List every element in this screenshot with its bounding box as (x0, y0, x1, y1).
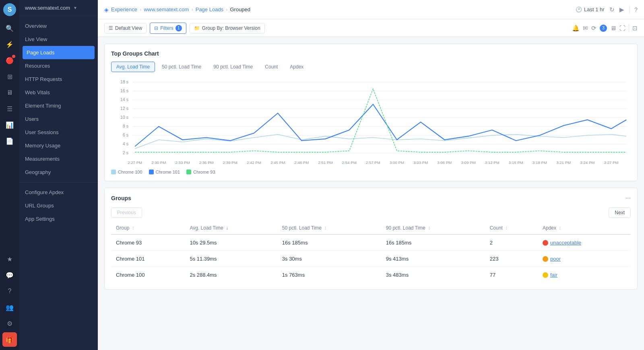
tab-count[interactable]: Count (260, 62, 283, 72)
tab-apdex[interactable]: Apdex (285, 62, 309, 72)
next-button[interactable]: Next (609, 207, 631, 218)
group-by-button[interactable]: 📁 Group By: Browser Version (190, 23, 265, 33)
svg-text:6 s: 6 s (123, 133, 129, 137)
col-header-p50[interactable]: 50 pctl. Load Time ↕ (277, 222, 381, 234)
desktop-icon[interactable]: 🖥 (610, 25, 616, 31)
cell-count-0: 2 (485, 234, 538, 251)
gift-icon[interactable]: 🎁 (2, 332, 17, 347)
star-icon[interactable]: ★ (2, 252, 17, 266)
sidebar-item-geography[interactable]: Geography (19, 166, 98, 179)
icon-rail: S 🔍 ⚡ 🔴 ⊞ 🖥 ☰ 📊 📄 ★ 💬 ? 👥 ⚙ 🎁 (0, 0, 19, 350)
filters-button[interactable]: ⊟ Filters 1 (150, 23, 186, 34)
breadcrumb-experience[interactable]: Experience (111, 6, 137, 12)
sidebar-item-app-settings[interactable]: App Settings (19, 212, 98, 226)
question-icon[interactable]: ? (2, 284, 17, 298)
groups-title: Groups (111, 195, 131, 201)
folder-icon: 📁 (194, 25, 200, 31)
sidebar-item-user-sessions[interactable]: User Sessions (19, 126, 98, 139)
svg-text:3:00 PM: 3:00 PM (390, 160, 404, 165)
time-range[interactable]: 🕐 Last 1 hr (576, 6, 605, 12)
sidebar-item-url-groups[interactable]: URL Groups (19, 199, 98, 212)
sidebar-item-measurements[interactable]: Measurements (19, 152, 98, 166)
app-logo[interactable]: S (3, 3, 16, 16)
apdex-link-2[interactable]: fair (550, 272, 557, 278)
chart-tabs: Avg. Load Time 50 pctl. Load Time 90 pct… (111, 62, 631, 72)
experience-icon[interactable]: ⚡ (2, 37, 17, 52)
sidebar-item-http-requests[interactable]: HTTP Requests (19, 72, 98, 86)
sidebar-item-overview[interactable]: Overview (19, 19, 98, 33)
legend-dot-chrome93 (186, 170, 191, 174)
grid-icon[interactable]: ⊞ (2, 69, 17, 84)
sidebar-item-element-timing[interactable]: Element Timing (19, 99, 98, 112)
sort-icon-count: ↕ (505, 225, 508, 231)
tab-50pct-load-time[interactable]: 50 pctl. Load Time (157, 62, 206, 72)
default-view-button[interactable]: ☰ Default View (104, 23, 147, 33)
col-header-apdex[interactable]: Apdex ↕ (538, 222, 631, 234)
tab-avg-load-time[interactable]: Avg. Load Time (111, 62, 155, 72)
breadcrumb: ◈ Experience › www.sematext.com › Page L… (104, 6, 250, 13)
apdex-link-1[interactable]: poor (550, 256, 561, 262)
cell-group-2: Chrome 100 (111, 267, 185, 283)
sync-icon[interactable]: ⟳ (591, 25, 597, 32)
col-header-count[interactable]: Count ↕ (485, 222, 538, 234)
refresh-icon[interactable]: ↻ (609, 6, 615, 13)
legend-label-chrome93: Chrome 93 (193, 170, 215, 174)
previous-button[interactable]: Previous (111, 207, 142, 218)
sidebar-item-configure-apdex[interactable]: Configure Apdex (19, 186, 98, 199)
more-options-button[interactable]: ··· (625, 195, 631, 202)
sidebar-header[interactable]: www.sematext.com ▼ (19, 0, 98, 16)
sidebar-item-page-loads[interactable]: Page Loads (23, 46, 95, 59)
col-header-avg-load[interactable]: Avg. Load Time ↓ (185, 222, 277, 234)
svg-text:2:39 PM: 2:39 PM (223, 160, 237, 165)
apdex-link-0[interactable]: unacceptable (550, 240, 581, 246)
svg-text:2:30 PM: 2:30 PM (151, 160, 166, 165)
sidebar-item-live-view[interactable]: Live View (19, 33, 98, 46)
alert-icon[interactable]: 🔴 (2, 53, 17, 68)
breadcrumb-site[interactable]: www.sematext.com (144, 6, 189, 12)
cell-avg-load-0: 10s 29.5ms (185, 234, 277, 251)
monitor-icon[interactable]: 🖥 (2, 85, 17, 100)
chart-bar-icon[interactable]: 📊 (2, 118, 17, 132)
svg-text:3:18 PM: 3:18 PM (533, 160, 547, 165)
clock-icon: 🕐 (576, 6, 582, 12)
legend-dot-chrome100 (111, 170, 116, 174)
default-view-label: Default View (115, 25, 142, 31)
sidebar-item-web-vitals[interactable]: Web Vitals (19, 86, 98, 99)
play-icon[interactable]: ▶ (619, 6, 624, 13)
badge-3: 3 (600, 25, 607, 32)
cell-avg-load-1: 5s 11.39ms (185, 251, 277, 267)
sidebar-item-users[interactable]: Users (19, 112, 98, 126)
sort-icon-group: ↕ (132, 225, 134, 231)
pagination: Previous Next (111, 207, 631, 218)
svg-text:14 s: 14 s (120, 97, 129, 102)
cell-apdex-1: poor (538, 251, 631, 267)
cell-count-2: 77 (485, 267, 538, 283)
svg-text:3:24 PM: 3:24 PM (580, 160, 594, 165)
apdex-dot-1 (543, 256, 548, 262)
settings-icon[interactable]: ⚙ (2, 316, 17, 331)
svg-text:2:51 PM: 2:51 PM (318, 160, 333, 165)
layout-icon[interactable]: ⊡ (632, 25, 638, 32)
legend-chrome93: Chrome 93 (186, 170, 215, 174)
search-icon[interactable]: 🔍 (2, 21, 17, 35)
col-header-group[interactable]: Group ↕ (111, 222, 185, 234)
file-icon[interactable]: 📄 (2, 134, 17, 148)
list-icon[interactable]: ☰ (2, 101, 17, 116)
fullscreen-icon[interactable]: ⛶ (619, 25, 625, 31)
mail-icon[interactable]: ✉ (583, 25, 588, 32)
col-header-p90[interactable]: 90 pctl. Load Time ↕ (381, 222, 485, 234)
svg-text:2 s: 2 s (123, 150, 129, 155)
notification-icon[interactable]: 🔔 (572, 25, 580, 32)
users-icon[interactable]: 👥 (2, 300, 17, 315)
sidebar-item-resources[interactable]: Resources (19, 59, 98, 72)
chat-icon[interactable]: 💬 (2, 268, 17, 282)
tab-90pct-load-time[interactable]: 90 pctl. Load Time (208, 62, 258, 72)
sort-icon-apdex: ↕ (559, 225, 561, 231)
help-icon[interactable]: ? (634, 6, 638, 13)
breadcrumb-page-loads[interactable]: Page Loads (196, 6, 223, 12)
legend-chrome100: Chrome 100 (111, 170, 142, 174)
cell-p90-2: 3s 483ms (381, 267, 485, 283)
svg-text:2:57 PM: 2:57 PM (366, 160, 380, 165)
topbar-divider (629, 6, 630, 14)
sidebar-item-memory-usage[interactable]: Memory Usage (19, 139, 98, 152)
